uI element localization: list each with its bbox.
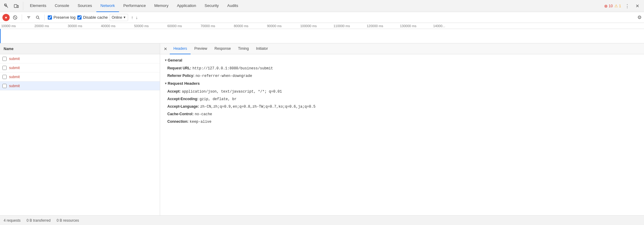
svg-line-4 xyxy=(14,17,16,18)
details-tab-timing[interactable]: Timing xyxy=(234,43,253,54)
tab-application[interactable]: Application xyxy=(173,0,201,12)
more-options-button[interactable]: ⋮ xyxy=(623,2,631,10)
svg-rect-2 xyxy=(17,5,18,8)
main-content: Name submit submit submit submit ✕ xyxy=(0,43,644,215)
nav-right: ⊗ 10 ⚠ 1 ⋮ ✕ xyxy=(604,2,642,10)
request-url-key: Request URL: xyxy=(167,65,191,71)
accept-key: Accept: xyxy=(167,89,181,94)
disable-cache-checkbox[interactable] xyxy=(77,15,82,20)
request-checkbox-3[interactable] xyxy=(2,75,7,79)
accept-encoding-key: Accept-Encoding: xyxy=(167,96,198,102)
settings-icon[interactable]: ⚙ xyxy=(637,14,642,20)
requests-header: Name xyxy=(0,43,160,54)
device-toolbar-icon[interactable] xyxy=(12,2,21,10)
tab-security[interactable]: Security xyxy=(200,0,223,12)
tick-11: 120000 ms xyxy=(365,24,399,28)
details-tab-headers[interactable]: Headers xyxy=(170,43,191,54)
request-url-value: http://127.0.0.1:8080/business/submit xyxy=(192,66,273,71)
tab-elements[interactable]: Elements xyxy=(26,0,50,12)
request-row-3[interactable]: submit xyxy=(0,72,160,81)
accept-encoding-value: gzip, deflate, br xyxy=(200,97,237,102)
tab-console[interactable]: Console xyxy=(50,0,73,12)
general-section-title: General xyxy=(168,58,182,62)
request-name-1: submit xyxy=(9,57,20,61)
nav-tabs: Elements Console Sources Network Perform… xyxy=(26,0,604,12)
cache-control-row: Cache-Control: no-cache xyxy=(165,111,639,117)
error-circle-icon: ⊗ xyxy=(604,4,608,8)
request-row-2[interactable]: submit xyxy=(0,63,160,72)
tab-sources[interactable]: Sources xyxy=(73,0,96,12)
tick-6: 70000 ms xyxy=(199,24,233,28)
tick-10: 110000 ms xyxy=(332,24,365,28)
referrer-policy-row: Referrer Policy: no-referrer-when-downgr… xyxy=(165,73,639,79)
record-button[interactable]: ● xyxy=(2,14,10,21)
request-checkbox-1[interactable] xyxy=(2,57,7,61)
details-tab-preview[interactable]: Preview xyxy=(191,43,211,54)
tab-performance[interactable]: Performance xyxy=(119,0,150,12)
transferred-size: 0 B transferred xyxy=(27,218,50,223)
toolbar-divider-2 xyxy=(44,14,45,21)
tick-13: 14000... xyxy=(432,24,465,28)
svg-point-8 xyxy=(36,16,39,18)
nav-icon-group xyxy=(2,2,23,10)
request-headers-section-header[interactable]: ▾ Request Headers xyxy=(165,81,639,86)
details-close-button[interactable]: ✕ xyxy=(161,45,170,53)
chevron-down-icon: ▼ xyxy=(123,16,126,19)
throttle-select[interactable]: Online ▼ xyxy=(110,14,128,21)
warning-count: 1 xyxy=(619,4,621,8)
request-name-3: submit xyxy=(9,75,20,79)
timeline-graph-area xyxy=(0,29,644,43)
accept-value: application/json, text/javascript, */*; … xyxy=(182,89,282,94)
clear-button[interactable] xyxy=(11,14,19,21)
network-toolbar: ● Preserve log Disable cache Online ▼ ↑ … xyxy=(0,12,644,23)
disable-cache-label: Disable cache xyxy=(83,15,108,20)
resources-size: 0 B resources xyxy=(56,218,79,223)
connection-row: Connection: keep-alive xyxy=(165,119,639,125)
timeline-ruler: 10000 ms 20000 ms 30000 ms 40000 ms 5000… xyxy=(0,23,644,29)
accept-language-row: Accept-Language: zh-CN,zh;q=0.9,en;q=0.8… xyxy=(165,104,639,109)
search-button[interactable] xyxy=(34,14,41,21)
request-name-2: submit xyxy=(9,66,20,70)
filter-button[interactable] xyxy=(25,14,32,21)
name-column-header: Name xyxy=(4,47,14,51)
accept-language-value: zh-CN,zh;q=0.9,en;q=0.8,zh-TW;q=0.7,ko;q… xyxy=(200,104,316,109)
close-devtools-button[interactable]: ✕ xyxy=(633,2,642,10)
general-section-header[interactable]: ▾ General xyxy=(165,58,639,62)
request-name-4: submit xyxy=(9,84,20,88)
details-tab-response[interactable]: Response xyxy=(211,43,234,54)
connection-value: keep-alive xyxy=(190,119,211,125)
request-row-4[interactable]: submit xyxy=(0,81,160,90)
details-tab-initiator[interactable]: Initiator xyxy=(253,43,272,54)
svg-rect-1 xyxy=(14,5,17,8)
preserve-log-label: Preserve log xyxy=(53,15,76,20)
import-export-group: ↑ ↓ xyxy=(131,15,138,20)
accept-row: Accept: application/json, text/javascrip… xyxy=(165,89,639,94)
requests-panel: Name submit submit submit submit xyxy=(0,43,160,215)
request-headers-title: Request Headers xyxy=(168,81,200,86)
top-nav: Elements Console Sources Network Perform… xyxy=(0,0,644,12)
import-button[interactable]: ↑ xyxy=(131,15,133,20)
connection-key: Connection: xyxy=(167,119,188,124)
request-row-1[interactable]: submit xyxy=(0,54,160,63)
error-count: 10 xyxy=(609,4,613,8)
cache-control-key: Cache-Control: xyxy=(167,111,194,117)
network-timeline: 10000 ms 20000 ms 30000 ms 40000 ms 5000… xyxy=(0,23,644,43)
tick-5: 60000 ms xyxy=(166,24,199,28)
preserve-log-checkbox[interactable] xyxy=(48,15,52,20)
inspect-icon[interactable] xyxy=(2,2,11,10)
tab-memory[interactable]: Memory xyxy=(150,0,173,12)
request-checkbox-4[interactable] xyxy=(2,84,7,88)
accept-language-key: Accept-Language: xyxy=(167,104,199,109)
disable-cache-checkbox-label[interactable]: Disable cache xyxy=(77,15,108,20)
tab-network[interactable]: Network xyxy=(96,0,119,12)
request-checkbox-2[interactable] xyxy=(2,66,7,70)
preserve-log-checkbox-label[interactable]: Preserve log xyxy=(48,15,76,20)
warning-triangle-icon: ⚠ xyxy=(614,4,618,8)
requests-list: submit submit submit submit xyxy=(0,54,160,215)
request-url-row: Request URL: http://127.0.0.1:8080/busin… xyxy=(165,65,639,71)
export-button[interactable]: ↓ xyxy=(136,15,138,20)
tick-8: 90000 ms xyxy=(266,24,299,28)
tick-12: 130000 ms xyxy=(399,24,432,28)
tab-audits[interactable]: Audits xyxy=(223,0,242,12)
details-panel: ✕ Headers Preview Response Timing Initia… xyxy=(160,43,644,215)
